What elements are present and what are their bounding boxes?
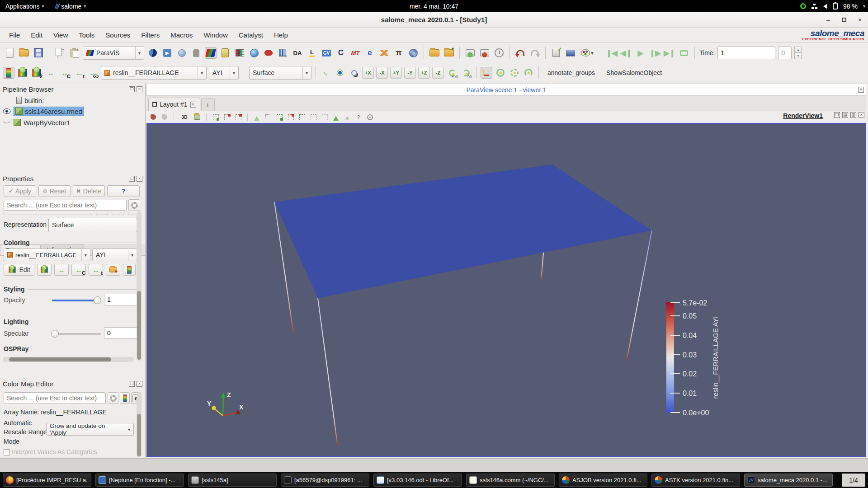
shrink-selection-button[interactable] xyxy=(343,113,351,121)
split-vertical-button[interactable]: ▥ xyxy=(850,112,856,118)
color-palette-button[interactable]: ▼ xyxy=(579,47,596,59)
float-panel-button[interactable]: ❐ xyxy=(129,86,135,92)
salome-app-menu[interactable]: /// salome ▾ xyxy=(50,0,92,12)
capture-screenshot-button[interactable] xyxy=(565,47,576,59)
taskbar-item-comm-file[interactable]: ssls146a.comm (~/NGC/... xyxy=(466,474,555,487)
menu-help[interactable]: Help xyxy=(269,29,292,41)
menu-sources[interactable]: Sources xyxy=(101,29,135,41)
cme-vscroll-thumb[interactable] xyxy=(137,414,141,456)
applications-menu[interactable]: Applications ▾ xyxy=(0,0,50,12)
cut-combo[interactable] xyxy=(4,211,92,215)
close-tab-icon[interactable]: × xyxy=(190,102,196,108)
interpret-checkbox[interactable] xyxy=(4,449,10,455)
preferences-button[interactable] xyxy=(407,47,419,59)
undo-button[interactable] xyxy=(514,47,526,59)
reset-button[interactable]: ⊘Reset xyxy=(38,185,71,197)
pipeline-item-warp[interactable]: WarpByVector1 xyxy=(0,117,145,128)
view-plus-z-button[interactable]: +Z xyxy=(418,67,430,79)
show-center-button[interactable] xyxy=(495,67,506,79)
rescale-visible-button[interactable]: ↔ xyxy=(87,67,99,79)
zoom-to-box-button[interactable] xyxy=(348,67,360,79)
split-horizontal-button[interactable]: ▤ xyxy=(842,112,848,118)
close-panel-button[interactable]: × xyxy=(137,381,142,387)
close-view-button[interactable]: × xyxy=(859,112,864,118)
disconnect-server-button[interactable] xyxy=(479,47,491,59)
capture-view-button[interactable] xyxy=(193,113,201,121)
rotate-90-ccw-button[interactable]: -90 xyxy=(460,67,472,79)
hover-cells-button[interactable] xyxy=(309,113,317,121)
chevron-down-icon[interactable]: ▾ xyxy=(863,4,865,9)
properties-search-input[interactable] xyxy=(4,200,127,211)
module-europlexus-button[interactable]: e xyxy=(364,47,376,59)
menu-window[interactable]: Window xyxy=(199,29,232,41)
zoom-to-data-button[interactable] xyxy=(334,67,346,79)
maximize-view-button[interactable]: ❐ xyxy=(834,112,840,118)
properties-search-options-button[interactable] xyxy=(128,199,140,211)
close-panel-button[interactable]: × xyxy=(137,86,142,92)
select-cells-rect-button[interactable] xyxy=(212,113,220,121)
cme-rescale-mode-combo[interactable]: Grow and update on 'Apply' ▾ xyxy=(46,423,134,436)
new-layout-tab[interactable]: + xyxy=(201,99,215,111)
play-button[interactable]: ▶ xyxy=(635,47,646,59)
opacity-input[interactable] xyxy=(104,294,137,305)
pipeline-item-source[interactable]: ssls146aresu.rmed xyxy=(0,106,145,117)
representation-selector[interactable]: Surface ▾ xyxy=(249,66,311,80)
opacity-slider[interactable] xyxy=(52,300,101,301)
reset-center-button[interactable] xyxy=(523,67,534,79)
time-input[interactable] xyxy=(717,47,775,59)
use-separate-colormap-button[interactable] xyxy=(37,264,52,276)
toggle-color-legend-button[interactable] xyxy=(3,67,14,79)
taskbar-item-salome-meca[interactable]: ///salome_meca 2020.0.1 -... xyxy=(744,474,833,487)
rescale-custom-button[interactable]: ↔C xyxy=(59,67,71,79)
rescale-data-range-button[interactable]: ↔ xyxy=(45,67,57,79)
minimize-button[interactable]: – xyxy=(825,16,832,23)
spin-up-icon[interactable]: ▲ xyxy=(794,47,802,53)
grow-selection-button[interactable] xyxy=(332,113,340,121)
redo-button[interactable] xyxy=(529,47,541,59)
battery-icon[interactable] xyxy=(833,3,838,9)
opacity-slider-knob[interactable] xyxy=(94,296,101,304)
show-legend-button[interactable] xyxy=(123,264,136,276)
taskbar-item-astk[interactable]: ASTK version 2021.0.fin... xyxy=(651,474,740,487)
clock[interactable]: mer. 4 mai, 10:47 xyxy=(410,3,458,10)
toggle-3d-interaction-button[interactable]: 3D xyxy=(179,113,190,121)
last-frame-button[interactable]: ▶❙ xyxy=(664,47,675,59)
network-icon[interactable] xyxy=(811,4,818,9)
rescale-custom-button2[interactable]: ↔C xyxy=(71,264,86,276)
open-study-button[interactable] xyxy=(429,47,440,59)
module-post-button[interactable] xyxy=(190,47,202,59)
edit-color-map-button[interactable]: Edit xyxy=(4,264,34,276)
clear-selection-button[interactable]: × xyxy=(366,113,374,121)
specular-input[interactable] xyxy=(104,327,137,339)
module-mt-button[interactable]: MT xyxy=(349,47,361,59)
visibility-off-icon[interactable] xyxy=(3,120,11,125)
frame-input[interactable] xyxy=(778,47,792,59)
previous-frame-button[interactable]: ◀❙ xyxy=(620,47,632,59)
cme-search-input[interactable] xyxy=(4,392,106,404)
maximize-button[interactable] xyxy=(842,18,846,22)
representation-combo[interactable]: Surface xyxy=(48,218,137,232)
rotate-90-cw-button[interactable]: +90 xyxy=(446,67,458,79)
import-file-button[interactable]: ▼ xyxy=(443,47,455,59)
close-panel-button[interactable]: × xyxy=(137,176,142,182)
select-polygon-points-button[interactable] xyxy=(264,113,272,121)
module-openturns-button[interactable]: L xyxy=(306,47,318,59)
select-frustum-button[interactable] xyxy=(234,113,242,121)
module-calculator-button[interactable] xyxy=(219,47,231,59)
view-plus-y-button[interactable]: +Y xyxy=(390,67,402,79)
choose-preset-button[interactable]: ♥ xyxy=(106,264,120,276)
help-button[interactable]: ? xyxy=(107,185,140,197)
volume-muted-icon[interactable] xyxy=(823,4,827,9)
rescale-temporal-button2[interactable]: ↔t xyxy=(89,264,103,276)
menu-catalyst[interactable]: Catalyst xyxy=(234,29,268,41)
rescale-temporal-button[interactable]: ↔t xyxy=(73,67,85,79)
render-view-label[interactable]: RenderView1 xyxy=(783,112,823,119)
properties-vscrollbar[interactable] xyxy=(137,211,142,361)
coloring-array-selector[interactable]: reslin__FERRAILLAGE ▾ xyxy=(101,66,207,80)
module-shaper-button[interactable]: ▶ xyxy=(161,47,173,59)
menu-macros[interactable]: Macros xyxy=(166,29,197,41)
taskbar-item-terminal[interactable]: [a56579@dsp0919961: ... xyxy=(281,474,369,487)
component-selector[interactable]: AYI ▾ xyxy=(209,66,239,80)
view-minus-z-button[interactable]: -Z xyxy=(432,67,444,79)
cut-button-2[interactable] xyxy=(112,211,124,215)
